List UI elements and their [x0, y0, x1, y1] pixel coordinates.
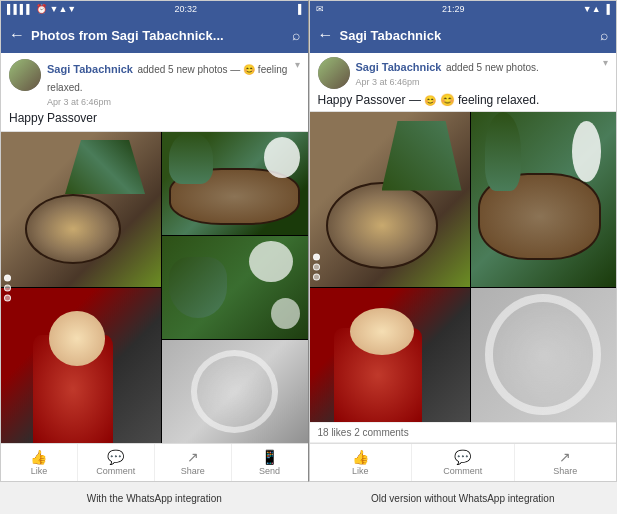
left-photo-grid [1, 132, 308, 443]
left-signal2-icon: ▼▲▼ [50, 4, 77, 14]
left-send-icon: 📱 [261, 449, 278, 465]
right-dot3 [313, 274, 320, 281]
right-photo-bot-right[interactable] [471, 288, 616, 422]
right-selection-dots [313, 254, 320, 281]
left-sim-greens [162, 132, 307, 235]
right-photo-grid [310, 112, 617, 422]
right-post-meta: Sagi Tabachnick added 5 new photos. Apr … [356, 57, 598, 87]
right-grid-right [471, 112, 616, 422]
left-avatar-img [9, 59, 41, 91]
left-sim-grain [1, 132, 161, 287]
left-comment-label: Comment [96, 466, 135, 476]
dot3 [4, 294, 11, 301]
left-share-btn[interactable]: ↗ Share [155, 444, 232, 481]
left-post-time: Apr 3 at 6:46pm [47, 97, 289, 107]
right-sim-glass-right [471, 288, 616, 422]
right-action-bar: 👍 Like 💬 Comment ↗ Share [310, 443, 617, 481]
right-sim-grain [310, 112, 470, 287]
left-comment-btn[interactable]: 💬 Comment [78, 444, 155, 481]
left-photo-mid-right[interactable] [162, 236, 307, 339]
right-comment-label: Comment [443, 466, 482, 476]
left-share-label: Share [181, 466, 205, 476]
right-photo-top-left[interactable] [310, 112, 470, 287]
right-status-bar: ✉ 21:29 ▼▲ ▐ [310, 1, 617, 17]
left-clock-icon: ⏰ [36, 4, 47, 14]
main-container: ▌▌▌▌ ⏰ ▼▲▼ 20:32 ▐ ← Photos from Sagi Ta… [0, 0, 617, 514]
left-send-btn[interactable]: 📱 Send [232, 444, 308, 481]
left-selection-dots [4, 274, 11, 301]
right-post-area: Sagi Tabachnick added 5 new photos. Apr … [310, 53, 617, 112]
left-sim-person [1, 288, 161, 443]
right-post-text2: 😊 feeling relaxed. [440, 93, 540, 107]
left-status-left: ▌▌▌▌ ⏰ ▼▲▼ [7, 4, 76, 14]
left-caption: With the WhatsApp integration [0, 482, 309, 514]
left-avatar [9, 59, 41, 91]
left-photo-bot-right[interactable] [162, 340, 307, 443]
left-like-btn[interactable]: 👍 Like [1, 444, 78, 481]
left-time: 20:32 [174, 4, 197, 14]
left-photo-bottom-left[interactable] [1, 288, 161, 443]
right-phone-panel: ✉ 21:29 ▼▲ ▐ ← Sagi Tabachnick ⌕ [309, 0, 618, 482]
right-avatar-img [318, 57, 350, 89]
right-photo-top-right[interactable] [471, 112, 616, 287]
right-post-time: Apr 3 at 6:46pm [356, 77, 598, 87]
right-likes-text: 18 likes 2 comments [318, 427, 409, 438]
right-post-author[interactable]: Sagi Tabachnick [356, 61, 442, 73]
right-post-action: added 5 new photos. [446, 62, 539, 73]
right-envelope-icon: ✉ [316, 4, 324, 14]
left-post-header: Sagi Tabachnick added 5 new photos — 😊 f… [9, 59, 300, 107]
left-share-icon: ↗ [187, 449, 199, 465]
left-action-bar: 👍 Like 💬 Comment ↗ Share 📱 Send [1, 443, 308, 481]
left-signal-icon: ▌▌▌▌ [7, 4, 33, 14]
right-caption: Old version without WhatsApp integration [309, 482, 618, 514]
left-send-label: Send [259, 466, 280, 476]
right-back-arrow[interactable]: ← [318, 26, 334, 44]
right-post-text-main: Happy Passover — [318, 93, 421, 107]
right-post-text: Happy Passover — 😊 😊 feeling relaxed. [318, 93, 609, 107]
left-back-arrow[interactable]: ← [9, 26, 25, 44]
right-like-btn[interactable]: 👍 Like [310, 444, 413, 481]
left-grid-right [162, 132, 307, 443]
left-post-author[interactable]: Sagi Tabachnick [47, 63, 133, 75]
right-sim-greens [471, 112, 616, 287]
left-like-label: Like [31, 466, 48, 476]
phones-row: ▌▌▌▌ ⏰ ▼▲▼ 20:32 ▐ ← Photos from Sagi Ta… [0, 0, 617, 482]
left-phone-panel: ▌▌▌▌ ⏰ ▼▲▼ 20:32 ▐ ← Photos from Sagi Ta… [0, 0, 309, 482]
right-comment-icon: 💬 [454, 449, 471, 465]
dot2 [4, 284, 11, 291]
left-post-chevron: ▾ [295, 59, 300, 70]
right-dot1 [313, 254, 320, 261]
right-like-label: Like [352, 466, 369, 476]
left-battery-icon: ▐ [295, 4, 301, 14]
left-post-text: Happy Passover [9, 111, 300, 125]
right-post-header: Sagi Tabachnick added 5 new photos. Apr … [318, 57, 609, 89]
right-like-icon: 👍 [352, 449, 369, 465]
right-post-chevron: ▾ [603, 57, 608, 68]
left-like-icon: 👍 [30, 449, 47, 465]
dot1 [4, 274, 11, 281]
left-status-bar: ▌▌▌▌ ⏰ ▼▲▼ 20:32 ▐ [1, 1, 308, 17]
left-photo-top-left[interactable] [1, 132, 161, 287]
right-search-icon[interactable]: ⌕ [600, 27, 608, 43]
right-fb-nav: ← Sagi Tabachnick ⌕ [310, 17, 617, 53]
right-time: 21:29 [442, 4, 465, 14]
right-share-btn[interactable]: ↗ Share [515, 444, 617, 481]
right-share-label: Share [553, 466, 577, 476]
left-status-right: ▐ [295, 4, 301, 14]
left-sim-glass [162, 340, 307, 443]
right-likes-bar: 18 likes 2 comments [310, 422, 617, 443]
captions-row: With the WhatsApp integration Old versio… [0, 482, 617, 514]
right-grid-left [310, 112, 470, 422]
left-grid-left [1, 132, 161, 443]
right-photo-bottom-left[interactable] [310, 288, 470, 422]
left-post-area: Sagi Tabachnick added 5 new photos — 😊 f… [1, 53, 308, 132]
left-post-meta: Sagi Tabachnick added 5 new photos — 😊 f… [47, 59, 289, 107]
right-comment-btn[interactable]: 💬 Comment [412, 444, 515, 481]
right-battery-icon: ▐ [604, 4, 610, 14]
left-sim-herbs [162, 236, 307, 339]
left-photo-top-right[interactable] [162, 132, 307, 235]
left-search-icon[interactable]: ⌕ [292, 27, 300, 43]
right-post-emoji: 😊 [424, 95, 436, 106]
right-dot2 [313, 264, 320, 271]
left-comment-icon: 💬 [107, 449, 124, 465]
